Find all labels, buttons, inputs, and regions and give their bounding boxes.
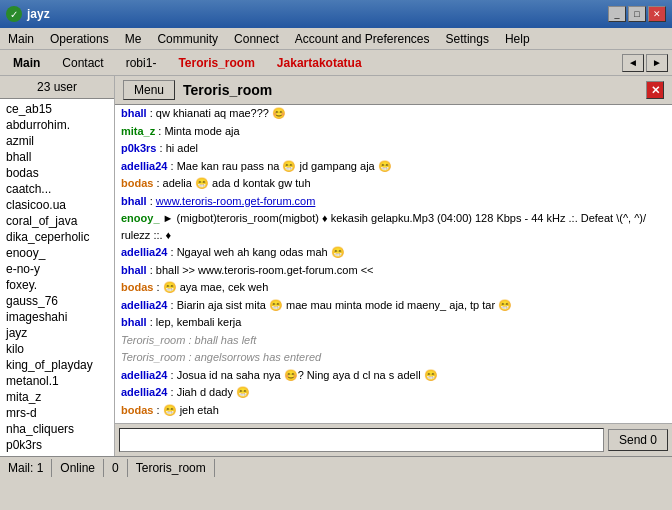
main-area: 23 user ce_ab15abdurrohim.azmilbhallboda…: [0, 76, 672, 456]
maximize-button[interactable]: □: [628, 6, 646, 22]
room-name-label: Teroris_room: [183, 82, 272, 98]
close-room-button[interactable]: ✕: [646, 81, 664, 99]
status-bar: Mail: 1 Online 0 Teroris_room: [0, 456, 672, 478]
menu-bar: MainOperationsMeCommunityConnectAccount …: [0, 28, 672, 50]
title-controls: _ □ ✕: [608, 6, 666, 22]
menu-button[interactable]: Menu: [123, 80, 175, 100]
menu-item-help[interactable]: Help: [497, 30, 538, 48]
user-item[interactable]: coral_of_java: [4, 213, 110, 229]
menu-item-connect[interactable]: Connect: [226, 30, 287, 48]
count-status: 0: [104, 459, 128, 477]
input-area: Send 0: [115, 423, 672, 456]
online-status: Online: [52, 459, 104, 477]
user-item[interactable]: enooy_: [4, 245, 110, 261]
menu-item-operations[interactable]: Operations: [42, 30, 117, 48]
message-line: Teroris_room : angelsorrows has entered: [121, 349, 666, 366]
minimize-button[interactable]: _: [608, 6, 626, 22]
user-item[interactable]: foxey.: [4, 277, 110, 293]
message-line: enooy_ ► (migbot)teroris_room(migbot) ♦ …: [121, 210, 666, 243]
user-item[interactable]: metanol.1: [4, 373, 110, 389]
message-line: bodas : 😁 jeh etah: [121, 402, 666, 419]
tab-main[interactable]: Main: [4, 52, 49, 74]
user-item[interactable]: bhall: [4, 149, 110, 165]
user-item[interactable]: mrs-d: [4, 405, 110, 421]
tab-teroris_room[interactable]: Teroris_room: [169, 52, 263, 74]
user-item[interactable]: tridad: [4, 453, 110, 456]
message-line: Teroris_room : bhall has left: [121, 332, 666, 349]
chat-messages: adellia24 : Biasa na id adell d kick mul…: [115, 105, 672, 423]
user-item[interactable]: imageshahi: [4, 309, 110, 325]
menu-item-settings[interactable]: Settings: [438, 30, 497, 48]
title-left: ✓ jayz: [6, 6, 50, 22]
message-line: adellia24 : Jiah d dady 😁: [121, 384, 666, 401]
tab-forward-button[interactable]: ►: [646, 54, 668, 72]
close-window-button[interactable]: ✕: [648, 6, 666, 22]
tab-robi1-[interactable]: robi1-: [117, 52, 166, 74]
user-item[interactable]: p0k3rs: [4, 437, 110, 453]
user-item[interactable]: king_of_playday: [4, 357, 110, 373]
user-item[interactable]: clasicoo.ua: [4, 197, 110, 213]
message-line: bodas : adelia 😁 ada d kontak gw tuh: [121, 175, 666, 192]
tab-back-button[interactable]: ◄: [622, 54, 644, 72]
user-list: ce_ab15abdurrohim.azmilbhallbodascaatch.…: [0, 99, 114, 456]
user-item[interactable]: dika_ceperholic: [4, 229, 110, 245]
title-bar: ✓ jayz _ □ ✕: [0, 0, 672, 28]
user-item[interactable]: mita_z: [4, 389, 110, 405]
user-count: 23 user: [0, 76, 114, 99]
message-line: bhall : bhall >> www.teroris-room.get-fo…: [121, 262, 666, 279]
title-text: jayz: [27, 7, 50, 21]
tab-bar: MainContactrobi1-Teroris_roomJakartakota…: [0, 50, 672, 76]
send-button[interactable]: Send 0: [608, 429, 668, 451]
chat-header: Menu Teroris_room ✕: [115, 76, 672, 105]
message-line: adellia24 : Ngayal weh ah kang odas mah …: [121, 244, 666, 261]
message-line: bhall : qw khianati aq mae??? 😊: [121, 105, 666, 122]
message-line: bhall : lep, kembali kerja: [121, 314, 666, 331]
chat-panel: Menu Teroris_room ✕ adellia24 : Biasa na…: [115, 76, 672, 456]
user-item[interactable]: azmil: [4, 133, 110, 149]
user-item[interactable]: gauss_76: [4, 293, 110, 309]
user-item[interactable]: ce_ab15: [4, 101, 110, 117]
user-item[interactable]: bodas: [4, 165, 110, 181]
menu-item-main[interactable]: Main: [0, 30, 42, 48]
user-item[interactable]: e-no-y: [4, 261, 110, 277]
menu-item-account-and-preferences[interactable]: Account and Preferences: [287, 30, 438, 48]
room-status: Teroris_room: [128, 459, 215, 477]
message-line: p0k3rs : hi adel: [121, 140, 666, 157]
message-line: adellia24 : Biarin aja sist mita 😁 mae m…: [121, 297, 666, 314]
app-icon: ✓: [6, 6, 22, 22]
user-panel: 23 user ce_ab15abdurrohim.azmilbhallboda…: [0, 76, 115, 456]
tab-nav-buttons: ◄ ►: [622, 54, 668, 72]
message-line: bodas : 😁 aya mae, cek weh: [121, 279, 666, 296]
user-item[interactable]: jayz: [4, 325, 110, 341]
message-line: bhall : www.teroris-room.get-forum.com: [121, 193, 666, 210]
message-line: adellia24 : Mae kan rau pass na 😁 jd gam…: [121, 158, 666, 175]
message-line: adellia24 : Josua id na saha nya 😊? Ning…: [121, 367, 666, 384]
user-item[interactable]: kilo: [4, 341, 110, 357]
message-line: mita_z : Minta mode aja: [121, 123, 666, 140]
user-item[interactable]: nha_cliquers: [4, 421, 110, 437]
menu-item-community[interactable]: Community: [149, 30, 226, 48]
chat-input[interactable]: [119, 428, 604, 452]
menu-item-me[interactable]: Me: [117, 30, 150, 48]
tab-jakartakotatua[interactable]: Jakartakotatua: [268, 52, 371, 74]
mail-status: Mail: 1: [0, 459, 52, 477]
tab-contact[interactable]: Contact: [53, 52, 112, 74]
user-item[interactable]: abdurrohim.: [4, 117, 110, 133]
user-item[interactable]: caatch...: [4, 181, 110, 197]
